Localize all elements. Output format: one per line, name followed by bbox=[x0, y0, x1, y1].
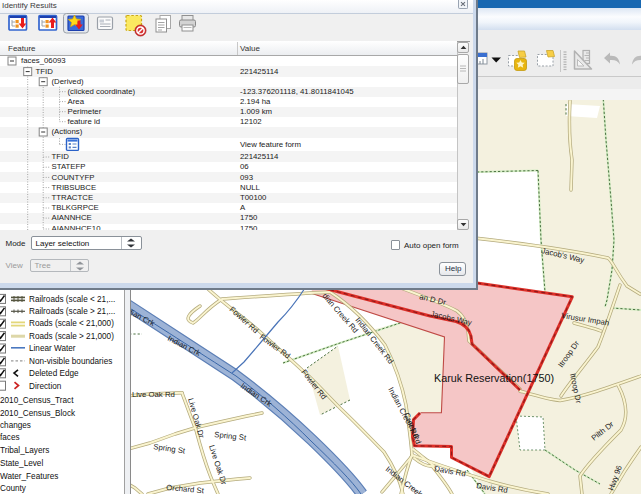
svg-text:Karuk Reservation(1750): Karuk Reservation(1750) bbox=[434, 372, 554, 384]
svg-text:2010_Census_Block: 2010_Census_Block bbox=[0, 409, 76, 418]
svg-text:2010_Census_Tract: 2010_Census_Tract bbox=[0, 396, 74, 405]
svg-text:faces: faces bbox=[0, 433, 20, 442]
svg-text:Deleted Edge: Deleted Edge bbox=[29, 369, 79, 378]
svg-text:Railroads (scale > 21,...: Railroads (scale > 21,... bbox=[29, 307, 115, 316]
svg-text:Non-visible boundaries: Non-visible boundaries bbox=[29, 357, 112, 366]
svg-text:Railroads (scale < 21,...: Railroads (scale < 21,... bbox=[29, 295, 115, 304]
svg-text:changes: changes bbox=[0, 421, 31, 430]
svg-text:Live Oak Rd: Live Oak Rd bbox=[132, 390, 175, 399]
svg-text:Tribal_Layers: Tribal_Layers bbox=[0, 446, 49, 455]
svg-text:Roads (scale > 21,000): Roads (scale > 21,000) bbox=[29, 332, 114, 341]
svg-text:Water_Features: Water_Features bbox=[0, 472, 58, 481]
svg-text:County: County bbox=[0, 484, 27, 493]
svg-text:Roads (scale < 21,000): Roads (scale < 21,000) bbox=[29, 319, 114, 328]
svg-text:Direction: Direction bbox=[29, 382, 62, 391]
svg-text:Linear Water: Linear Water bbox=[29, 344, 76, 353]
svg-text:State_Level: State_Level bbox=[0, 459, 43, 468]
